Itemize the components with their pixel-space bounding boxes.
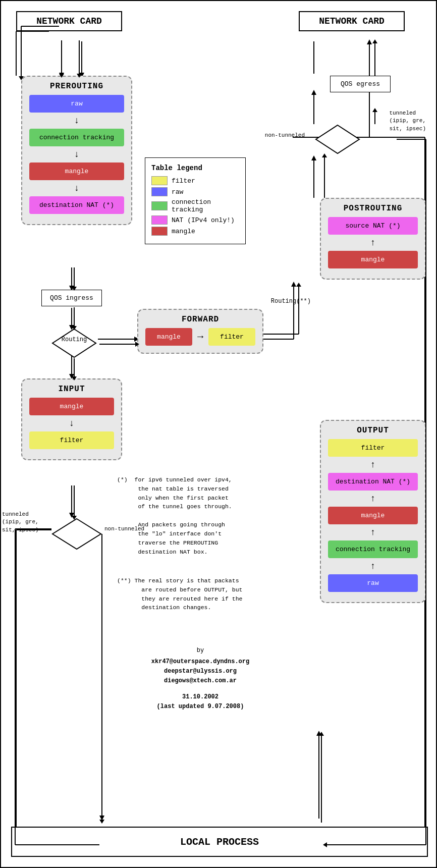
output-chain: OUTPUT filter ↑ destination NAT (*) ↑ ma… <box>320 420 426 603</box>
authors-label: xkr47@outerspace.dyndns.org deepstar@uly… <box>142 657 258 686</box>
legend-title: Table legend <box>151 164 239 172</box>
prerouting-chain: PREROUTING raw ↓ connection tracking ↓ m… <box>21 76 132 225</box>
tunneled-right-label: tunneled(ipip, gre,sit, ipsec) <box>389 110 426 133</box>
svg-marker-24 <box>291 282 296 287</box>
input-title: INPUT <box>29 385 114 394</box>
svg-marker-72 <box>372 108 377 112</box>
legend-nat: NAT (IPv4 only!) <box>151 215 239 225</box>
output-filter: filter <box>328 439 418 457</box>
output-raw: raw <box>328 574 418 592</box>
prerouting-mangle: mangle <box>29 162 124 180</box>
tunneled-left-label: tunneled(ipip, gre,sit, ipsec) <box>2 511 39 534</box>
by-label: by <box>142 647 258 654</box>
bottom-routing-diamond <box>51 518 102 553</box>
svg-marker-22 <box>316 731 321 736</box>
top-right-diamond <box>315 124 360 157</box>
svg-marker-60 <box>99 820 104 824</box>
note-star: (*) for ipv6 tunneled over ipv4, the nat… <box>117 475 258 556</box>
output-title: OUTPUT <box>328 426 418 435</box>
svg-marker-65 <box>319 732 324 736</box>
forward-title: FORWARD <box>145 315 255 324</box>
forward-mangle: mangle <box>145 328 192 346</box>
routing-diamond: Routing <box>51 328 97 361</box>
prerouting-conntrack: connection tracking <box>29 129 124 146</box>
network-card-left: NETWORK CARD <box>16 11 122 31</box>
input-filter: filter <box>29 431 114 449</box>
forward-arrow: → <box>197 331 203 343</box>
svg-marker-29 <box>367 39 372 44</box>
output-dst-nat: destination NAT (*) <box>328 473 418 491</box>
non-tunneled-right-label: non-tunneled <box>265 132 305 138</box>
note-double-star: (**) The real story is that packats are … <box>117 576 258 612</box>
output-conntrack: connection tracking <box>328 540 418 558</box>
date-label: 31.10.2002(last updated 9.07.2008) <box>142 692 258 712</box>
routing-double-star-label: Routing(**) <box>271 298 311 305</box>
output-mangle: mangle <box>328 507 418 524</box>
legend-box: Table legend filter raw connection track… <box>145 157 246 244</box>
routing-label: Routing <box>51 336 97 343</box>
postrouting-title: POSTROUTING <box>328 204 418 213</box>
postrouting-chain: POSTROUTING source NAT (*) ↑ mangle <box>320 198 426 280</box>
postrouting-src-nat: source NAT (*) <box>328 217 418 235</box>
author-section: by xkr47@outerspace.dyndns.org deepstar@… <box>142 647 258 712</box>
forward-filter: filter <box>208 328 255 346</box>
prerouting-raw: raw <box>29 95 124 113</box>
note-double-star-label: (**) The real story is that packats are … <box>117 577 242 611</box>
prerouting-dst-nat: destination NAT (*) <box>29 196 124 214</box>
svg-marker-74 <box>372 39 377 43</box>
postrouting-mangle: mangle <box>328 251 418 268</box>
input-chain: INPUT mangle ↓ filter <box>21 378 122 460</box>
svg-marker-17 <box>99 816 104 821</box>
svg-marker-31 <box>311 90 316 95</box>
network-card-right: NETWORK CARD <box>299 11 405 31</box>
legend-filter: filter <box>151 176 239 185</box>
note-star-label: (*) for ipv6 tunneled over ipv4, the nat… <box>117 476 232 555</box>
svg-marker-39 <box>52 329 96 357</box>
svg-marker-15 <box>69 513 74 518</box>
input-mangle: mangle <box>29 398 114 415</box>
forward-chain: FORWARD mangle → filter <box>137 309 263 354</box>
svg-marker-68 <box>296 283 301 287</box>
legend-conntrack: connection tracking <box>151 198 239 213</box>
svg-marker-40 <box>52 519 101 549</box>
legend-mangle: mangle <box>151 227 239 236</box>
prerouting-title: PREROUTING <box>29 82 124 91</box>
local-process: LOCAL PROCESS <box>11 827 428 857</box>
svg-marker-41 <box>316 125 359 153</box>
main-container: NETWORK CARD NETWORK CARD PREROUTING raw… <box>0 0 437 868</box>
qos-ingress: QOS ingress <box>41 290 102 306</box>
legend-raw: raw <box>151 187 239 196</box>
qos-egress: QOS egress <box>330 76 391 92</box>
